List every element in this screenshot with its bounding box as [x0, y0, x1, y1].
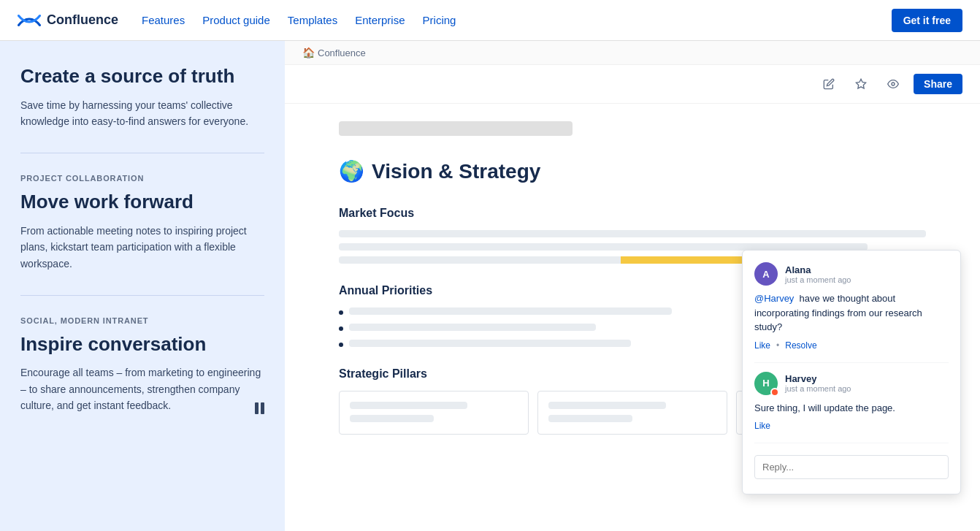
breadcrumb-label: Confluence: [318, 47, 366, 58]
skeleton-line: [339, 230, 926, 237]
star-icon[interactable]: [849, 72, 873, 96]
nav-enterprise[interactable]: Enterprise: [355, 14, 405, 26]
svg-marker-0: [856, 79, 865, 88]
left-desc-3: Encourage all teams – from marketing to …: [20, 364, 264, 413]
left-desc-2: From actionable meeting notes to inspiri…: [20, 223, 264, 272]
comment-item: H Harvey just a moment ago Sure thing, I…: [754, 372, 949, 432]
comment-actions: Like: [754, 421, 949, 431]
home-icon: 🏠: [302, 47, 315, 58]
pillar-card: [537, 391, 727, 435]
page-toolbar: Share: [285, 65, 980, 104]
logo-text: Confluence: [47, 12, 118, 28]
left-section-2: PROJECT COLLABORATION Move work forward …: [20, 174, 264, 272]
comment-meta: Harvey just a moment ago: [785, 373, 851, 393]
comment-header: A Alana just a moment ago: [754, 262, 949, 286]
comment-body: @Harvey have we thought about incorporat…: [754, 291, 949, 335]
pillar-card: [339, 391, 529, 435]
comment-divider-2: [754, 443, 949, 443]
nav-features[interactable]: Features: [142, 14, 185, 26]
left-category-2: PROJECT COLLABORATION: [20, 174, 264, 183]
avatar: A: [754, 262, 778, 286]
comment-body: Sure thing, I will update the page.: [754, 401, 949, 416]
share-button[interactable]: Share: [914, 74, 962, 94]
nav-links: Features Product guide Templates Enterpr…: [142, 14, 868, 26]
reply-input[interactable]: [754, 455, 949, 479]
breadcrumb: 🏠 Confluence: [302, 47, 366, 58]
left-divider-2: [20, 295, 264, 296]
nav-templates[interactable]: Templates: [288, 14, 337, 26]
like-button[interactable]: Like: [754, 340, 770, 351]
title-emoji: 🌍: [339, 159, 364, 183]
left-title-3: Inspire conversation: [20, 332, 264, 356]
left-panel: Create a source of truth Save time by ha…: [0, 41, 285, 531]
logo-link[interactable]: Confluence: [18, 12, 118, 29]
comment-divider: [754, 362, 949, 363]
skeleton-line-highlight: [339, 256, 808, 264]
left-section-1: Create a source of truth Save time by ha…: [20, 64, 264, 129]
comment-time: just a moment ago: [785, 275, 851, 284]
skeleton-line: [349, 340, 631, 347]
left-title-1: Create a source of truth: [20, 64, 264, 88]
resolve-button[interactable]: Resolve: [785, 340, 816, 351]
get-it-free-button[interactable]: Get it free: [892, 9, 962, 32]
pause-icon[interactable]: [255, 402, 264, 414]
comment-header: H Harvey just a moment ago: [754, 372, 949, 395]
nav-pricing[interactable]: Pricing: [423, 14, 456, 26]
navigation: Confluence Features Product guide Templa…: [0, 0, 980, 41]
skeleton-line: [349, 324, 596, 331]
confluence-logo-icon: [18, 12, 41, 29]
left-title-2: Move work forward: [20, 190, 264, 214]
main-content: 🏠 Confluence: [285, 41, 980, 531]
mention: @Harvey: [754, 293, 794, 304]
comment-actions: Like • Resolve: [754, 340, 949, 351]
comment-text: Sure thing, I will update the page.: [754, 402, 895, 413]
comment-meta: Alana just a moment ago: [785, 264, 851, 284]
comment-author: Harvey: [785, 373, 851, 384]
comment-panel: A Alana just a moment ago @Harvey have w…: [742, 250, 961, 494]
breadcrumb-bar: 🏠 Confluence: [285, 41, 980, 65]
section-heading-market-focus: Market Focus: [339, 207, 926, 220]
comment-time: just a moment ago: [785, 384, 851, 393]
comment-thread: A Alana just a moment ago @Harvey have w…: [743, 251, 960, 494]
left-desc-1: Save time by harnessing your teams' coll…: [20, 97, 264, 130]
page-title: 🌍 Vision & Strategy: [339, 159, 926, 183]
left-divider-1: [20, 153, 264, 153]
nav-product-guide[interactable]: Product guide: [202, 14, 270, 26]
avatar: H: [754, 372, 778, 395]
watch-icon[interactable]: [881, 72, 905, 96]
harvey-status-badge: [770, 388, 779, 397]
comment-item: A Alana just a moment ago @Harvey have w…: [754, 262, 949, 351]
title-skeleton: [339, 121, 573, 136]
left-category-3: SOCIAL, MODERN INTRANET: [20, 316, 264, 325]
comment-author: Alana: [785, 264, 851, 275]
page-title-text: Vision & Strategy: [372, 160, 540, 183]
edit-icon[interactable]: [817, 72, 841, 96]
page-body: 🌍 Vision & Strategy Market Focus Annual …: [304, 104, 961, 490]
like-button-2[interactable]: Like: [754, 421, 770, 431]
skeleton-line: [349, 307, 672, 315]
main-layout: Create a source of truth Save time by ha…: [0, 0, 980, 531]
svg-point-1: [892, 83, 895, 85]
left-section-3: SOCIAL, MODERN INTRANET Inspire conversa…: [20, 316, 264, 414]
